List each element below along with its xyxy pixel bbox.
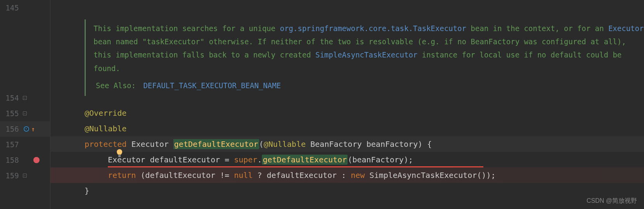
semicolon: ; (491, 171, 495, 180)
operator: != (215, 171, 234, 180)
gutter-row: 154 − (0, 90, 50, 106)
code-line[interactable]: @Nullable (50, 121, 644, 136)
dot: . (257, 155, 262, 164)
override-icon[interactable] (23, 125, 30, 132)
paren: ) (486, 171, 491, 180)
doc-text: This implementation searches for a uniqu… (93, 24, 280, 33)
type: SimpleAsyncTaskExecutor (369, 171, 477, 180)
doc-text: bean in the context, or for an (466, 24, 608, 33)
method-declaration: getDefaultExecutor (173, 139, 259, 149)
variable: defaultExecutor (145, 171, 215, 180)
argument: beanFactory (352, 155, 403, 164)
annotation: @Override (85, 108, 126, 118)
gutter-icons (21, 157, 50, 163)
code-line-breakpoint[interactable]: return (defaultExecutor != null ? defaul… (50, 167, 644, 183)
line-number: 145 (0, 3, 21, 12)
paren: ( (259, 139, 264, 149)
variable: defaultExecutor (150, 155, 220, 164)
line-number: 158 (0, 156, 21, 164)
method-call: getDefaultExecutor (262, 155, 348, 165)
paren: ) (404, 155, 409, 164)
code-line[interactable]: } (50, 183, 644, 199)
line-number: 159 (0, 171, 21, 180)
fold-minus-icon[interactable]: − (23, 96, 27, 100)
code-area[interactable]: This implementation searches for a uniqu… (50, 0, 644, 209)
paren: ( (140, 171, 145, 180)
gutter: 145 154 − 155 − 156 ↑ (0, 0, 50, 209)
breakpoint-icon[interactable] (33, 157, 40, 163)
annotation: @Nullable (85, 124, 126, 133)
parens: () (477, 171, 486, 180)
paren: ) (418, 139, 422, 149)
type: BeanFactory (310, 139, 362, 149)
fold-minus-icon[interactable]: − (23, 174, 27, 178)
gutter-row: 157 (0, 137, 50, 152)
paren: ( (348, 155, 352, 164)
gutter-row: 156 ↑ (0, 121, 50, 137)
semicolon: ; (409, 155, 413, 164)
brace: } (85, 186, 89, 195)
code-line[interactable]: @Override (50, 105, 644, 121)
keyword: null (234, 171, 253, 180)
doc-link[interactable]: Executor (608, 24, 644, 33)
annotation: @Nullable (264, 139, 306, 149)
line-number: 154 (0, 94, 21, 102)
gutter-row: 155 − (0, 106, 50, 121)
doc-link[interactable]: SimpleAsyncTaskExecutor (315, 51, 417, 59)
override-arrow-icon: ↑ (31, 125, 35, 133)
watermark: CSDN @简放视野 (587, 197, 637, 205)
gutter-icons: − (21, 174, 50, 178)
gutter-icons: ↑ (21, 125, 50, 133)
gutter-row: 158 (0, 152, 50, 168)
doc-seealso-label: See Also: (96, 81, 136, 90)
line-number: 156 (0, 125, 21, 133)
operator: : (337, 171, 351, 180)
type: Executor (131, 139, 168, 149)
javadoc-block: This implementation searches for a uniqu… (85, 19, 644, 96)
keyword: super (234, 155, 257, 164)
code-line-current[interactable]: protected Executor getDefaultExecutor(@N… (50, 136, 644, 152)
variable: defaultExecutor (267, 171, 337, 180)
doc-link[interactable]: org.springframework.core.task.TaskExecut… (280, 24, 466, 33)
fold-minus-icon[interactable]: − (23, 111, 27, 115)
type: Executor (108, 155, 145, 164)
brace: { (422, 139, 432, 149)
gutter-icons: − (21, 111, 50, 115)
gutter-icons: − (21, 96, 50, 100)
operator: ? (253, 171, 267, 180)
keyword: return (108, 171, 136, 180)
operator: = (220, 155, 234, 164)
keyword: new (351, 171, 365, 180)
code-line[interactable]: Executor defaultExecutor = super.getDefa… (50, 152, 644, 167)
parameter: beanFactory (367, 139, 418, 149)
code-content: @Override @Nullable protected Executor g… (50, 105, 644, 199)
code-editor[interactable]: 145 154 − 155 − 156 ↑ (0, 0, 644, 209)
doc-link[interactable]: DEFAULT_TASK_EXECUTOR_BEAN_NAME (143, 81, 281, 90)
line-number: 157 (0, 140, 21, 149)
gutter-row: 159 − (0, 168, 50, 183)
gutter-row: 145 (0, 0, 50, 16)
line-number: 155 (0, 109, 21, 118)
